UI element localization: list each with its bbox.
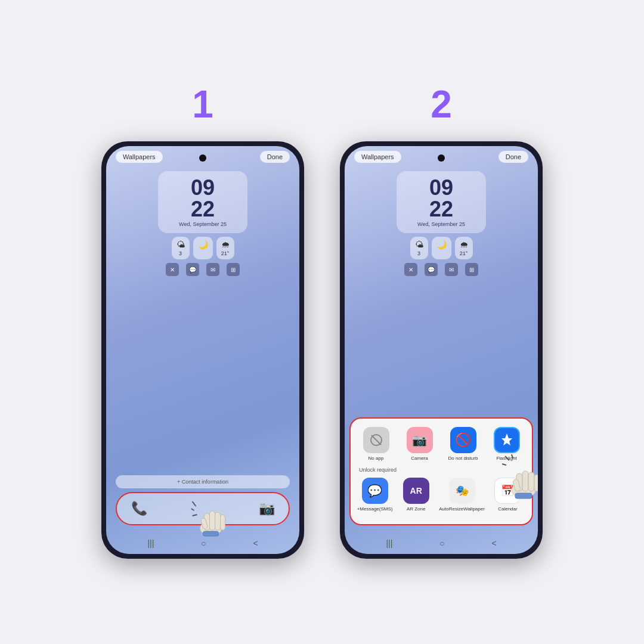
svg-line-12	[505, 456, 509, 460]
camera-hole-1	[199, 154, 206, 162]
nav-recent-2[interactable]: <	[491, 538, 496, 548]
phone-1: Wallpapers Done 09 22 Wed, September 25 …	[101, 141, 304, 559]
app-icon-x: ✕	[166, 263, 179, 276]
svg-line-0	[193, 501, 196, 506]
svg-line-2	[193, 515, 197, 516]
svg-line-1	[191, 509, 194, 510]
weather-bar-1: 🌤 3 🌙 🌧 21°	[125, 237, 280, 259]
weather-val-rain-2: 21°	[460, 250, 468, 256]
sun-icon-2: 🌤	[415, 240, 423, 249]
main-container: 1 Wallpapers Done 09 22 Wed, September 2…	[78, 61, 566, 583]
autoresize-icon: 🎭	[449, 478, 475, 504]
step-1: 1 Wallpapers Done 09 22 Wed, September 2…	[101, 85, 304, 559]
dock-phone-icon[interactable]: 📞	[129, 499, 149, 519]
picker-ar[interactable]: AR AR Zone	[398, 478, 434, 512]
app-icon-x-2: ✕	[404, 263, 417, 276]
wallpapers-btn-1[interactable]: Wallpapers	[116, 151, 163, 163]
step-2: 2 Wallpapers Done 09 22 Wed, September 2…	[340, 85, 543, 559]
moon-icon: 🌙	[198, 240, 208, 249]
autoresize-label: AutoResizeWallpaper	[439, 506, 485, 512]
sun-icon: 🌤	[177, 240, 185, 249]
weather-bar-2: 🌤 3 🌙 🌧 21°	[364, 237, 518, 259]
done-btn-1[interactable]: Done	[260, 151, 290, 163]
moon-icon-2: 🌙	[436, 240, 447, 249]
app-icon-msg-2: 💬	[425, 263, 438, 276]
weather-item-rain: 🌧 21°	[216, 237, 234, 259]
picker-camera[interactable]: 📷 Camera	[400, 427, 439, 462]
unlock-label: Unlock required	[359, 467, 526, 473]
ar-picker-icon: AR	[403, 478, 429, 504]
clock-min-2: 22	[402, 199, 480, 220]
nav-home-2[interactable]: ○	[439, 538, 444, 548]
hand-cursor-1	[191, 496, 230, 543]
weather-item-moon: 🌙	[193, 237, 213, 259]
app-icons-row-1: ✕ 💬 ✉ ⊞	[106, 263, 299, 276]
clock-widget-1: 09 22 Wed, September 25	[158, 171, 247, 233]
step-2-number: 2	[431, 85, 452, 123]
svg-rect-6	[215, 512, 221, 530]
ar-picker-label: AR Zone	[407, 506, 426, 512]
svg-line-11	[371, 435, 381, 445]
weather-item-rain-2: 🌧 21°	[455, 237, 473, 259]
weather-item-moon-2: 🌙	[432, 237, 451, 259]
svg-line-14	[502, 464, 506, 465]
camera-picker-label: Camera	[411, 456, 428, 462]
picker-dnd[interactable]: 🚫 Do not disturb	[444, 427, 482, 462]
clock-widget-2: 09 22 Wed, September 25	[397, 171, 486, 233]
svg-line-13	[512, 454, 513, 459]
app-icon-mail-2: ✉	[445, 263, 458, 276]
phone-2-screen: Wallpapers Done 09 22 Wed, September 25 …	[345, 146, 538, 554]
rain-icon: 🌧	[221, 240, 230, 249]
app-icon-mail: ✉	[206, 263, 219, 276]
dnd-icon: 🚫	[450, 427, 476, 453]
done-btn-2[interactable]: Done	[499, 151, 528, 163]
nav-back-1[interactable]: |||	[147, 538, 154, 548]
flashlight-icon	[494, 427, 520, 453]
clock-date-2: Wed, September 25	[402, 221, 480, 227]
svg-rect-18	[528, 472, 534, 491]
weather-val-sun: 3	[179, 250, 182, 256]
svg-rect-17	[522, 471, 528, 491]
calendar-picker-label: Calendar	[498, 506, 517, 512]
step-1-number: 1	[192, 85, 213, 123]
weather-item-sun: 🌤 3	[172, 237, 190, 259]
svg-rect-19	[534, 475, 538, 491]
svg-rect-21	[515, 493, 532, 499]
rain-icon-2: 🌧	[460, 240, 468, 249]
phone-1-screen: Wallpapers Done 09 22 Wed, September 25 …	[106, 146, 299, 554]
dnd-label: Do not disturb	[448, 456, 478, 462]
picker-row-1: No app 📷 Camera 🚫 Do not disturb	[357, 427, 526, 462]
message-picker-icon: 💬	[362, 478, 388, 504]
picker-message[interactable]: 💬 +Message(SMS)	[357, 478, 393, 512]
clock-hour-1: 09	[164, 177, 242, 199]
hand-cursor-2	[502, 454, 538, 506]
camera-picker-icon: 📷	[407, 427, 433, 453]
app-icon-msg: 💬	[186, 263, 199, 276]
dock-camera-icon[interactable]: 📷	[256, 499, 277, 519]
picker-autoresize[interactable]: 🎭 AutoResizeWallpaper	[439, 478, 485, 512]
clock-date-1: Wed, September 25	[164, 221, 242, 227]
nav-bar-2: ||| ○ <	[345, 538, 538, 548]
nav-back-2[interactable]: |||	[386, 538, 392, 548]
app-icons-row-2: ✕ 💬 ✉ ⊞	[345, 263, 538, 276]
picker-row-2: 💬 +Message(SMS) AR AR Zone 🎭 AutoResizeW…	[357, 478, 526, 512]
weather-item-sun-2: 🌤 3	[410, 237, 428, 259]
phone-2: Wallpapers Done 09 22 Wed, September 25 …	[340, 141, 543, 559]
clock-hour-2: 09	[402, 177, 480, 199]
contact-strip: + Contact information	[116, 475, 290, 488]
no-app-label: No app	[369, 456, 384, 462]
no-app-icon	[363, 427, 389, 453]
weather-val-rain: 21°	[221, 250, 230, 256]
app-icon-grid: ⊞	[227, 263, 240, 276]
picker-no-app[interactable]: No app	[357, 427, 395, 462]
svg-rect-9	[203, 531, 219, 536]
camera-hole-2	[438, 154, 445, 162]
nav-recent-1[interactable]: <	[253, 538, 258, 548]
weather-val-sun-2: 3	[417, 250, 420, 256]
wallpapers-btn-2[interactable]: Wallpapers	[354, 151, 401, 163]
message-picker-label: +Message(SMS)	[357, 506, 393, 512]
svg-rect-5	[210, 511, 215, 530]
app-icon-grid-2: ⊞	[465, 263, 478, 276]
clock-min-1: 22	[164, 199, 242, 220]
svg-rect-7	[221, 515, 225, 530]
